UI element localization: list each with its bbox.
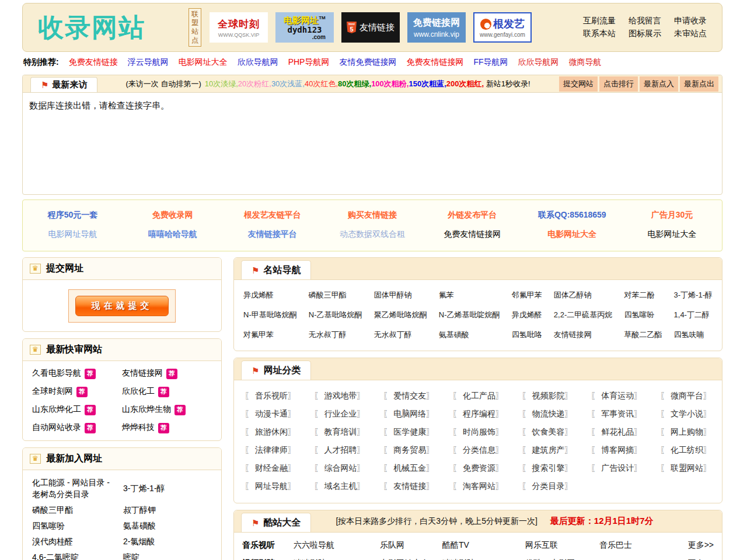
- promo-link[interactable]: 联系QQ:85618659: [522, 205, 622, 225]
- famous-nav-link[interactable]: 固体乙醇钠: [554, 285, 612, 305]
- category-link[interactable]: 〖 文学小说〗: [660, 405, 711, 423]
- latest-added-link[interactable]: 叔丁醇钾: [123, 504, 212, 516]
- cool-site-link[interactable]: 电影网址大全: [380, 554, 442, 560]
- category-link[interactable]: 〖 财经金融〗: [245, 459, 296, 477]
- cool-site-link[interactable]: 猪猪影院: [442, 554, 525, 560]
- promo-link[interactable]: 友情链接平台: [222, 225, 322, 244]
- category-link[interactable]: 〖 微商平台〗: [660, 387, 711, 405]
- category-link[interactable]: 〖 时尚服饰〗: [452, 423, 504, 441]
- cool-sites-tab[interactable]: ⚑ 酷站大全: [241, 513, 311, 532]
- header-link[interactable]: 互刷流量: [583, 16, 616, 26]
- famous-nav-link[interactable]: N-乙烯基吡啶烷酮: [439, 305, 500, 325]
- promo-link[interactable]: 电影网址导航: [23, 225, 123, 244]
- categories-tab[interactable]: ⚑ 网址分类: [241, 360, 311, 380]
- category-link[interactable]: 〖 网址导航〗: [245, 477, 296, 495]
- promo-link[interactable]: 程序50元一套: [23, 205, 123, 225]
- category-link[interactable]: 〖 域名主机〗: [314, 477, 365, 495]
- famous-nav-link[interactable]: 无水叔丁醇: [374, 325, 427, 345]
- cool-site-link[interactable]: 六六啦导航: [294, 536, 380, 554]
- category-link[interactable]: 〖 联盟网站〗: [660, 459, 711, 477]
- recommend-link[interactable]: FF导航网: [473, 57, 508, 68]
- fast-review-link[interactable]: 久看电影导航: [32, 368, 81, 377]
- submit-now-button[interactable]: 现在就提交: [75, 296, 169, 316]
- famous-nav-link[interactable]: 友情链接网: [554, 325, 612, 345]
- cool-more-link[interactable]: 更多>>: [681, 536, 714, 554]
- category-link[interactable]: 〖 友情链接〗: [383, 477, 434, 495]
- famous-nav-link[interactable]: 3-丁烯-1-醇: [674, 285, 713, 305]
- header-link[interactable]: 联系本站: [583, 29, 616, 39]
- category-link[interactable]: 〖 教育培训〗: [314, 423, 365, 441]
- category-link[interactable]: 〖 游戏地带〗: [314, 387, 365, 405]
- famous-nav-link[interactable]: 2,2-二甲硫基丙烷: [554, 305, 612, 325]
- famous-nav-link[interactable]: 四氢噻吩: [624, 305, 662, 325]
- promo-link[interactable]: 免费友情链接网: [423, 225, 522, 244]
- famous-nav-tab[interactable]: ⚑ 名站导航: [241, 260, 311, 279]
- fast-review-link[interactable]: 山东欣烨生物: [122, 404, 171, 414]
- header-link[interactable]: 申请收录: [674, 16, 707, 26]
- category-link[interactable]: 〖 综合网站〗: [314, 459, 365, 477]
- famous-nav-link[interactable]: 草酸二乙酯: [624, 325, 662, 345]
- category-link[interactable]: 〖 博客网摘〗: [591, 441, 642, 459]
- banner-dydh123[interactable]: 电影网址TM dydh123 .com: [275, 12, 334, 43]
- famous-nav-link[interactable]: N-乙基吡咯烷酮: [309, 305, 362, 325]
- fast-review-link[interactable]: 烨烨科技: [122, 422, 155, 432]
- recommend-link[interactable]: 免费友情链接: [69, 57, 118, 68]
- category-link[interactable]: 〖 建筑房产〗: [522, 441, 573, 459]
- category-link[interactable]: 〖 商务贸易〗: [383, 441, 434, 459]
- visitor-button[interactable]: 最新点入: [640, 76, 678, 92]
- category-link[interactable]: 〖 程序编程〗: [452, 405, 504, 423]
- fast-review-link[interactable]: 全球时刻网: [32, 386, 73, 396]
- promo-link[interactable]: 电影网址大全: [522, 225, 622, 244]
- header-link[interactable]: 图标展示: [629, 29, 661, 39]
- fast-review-link[interactable]: 欣欣化工: [122, 386, 155, 396]
- category-link[interactable]: 〖 网上购物〗: [660, 423, 711, 441]
- latest-added-link[interactable]: 2-氯烟酸: [123, 536, 212, 547]
- category-link[interactable]: 〖 人才招聘〗: [314, 441, 365, 459]
- famous-nav-link[interactable]: 四氢呋喃: [674, 325, 713, 345]
- fast-review-link[interactable]: 友情链接网: [122, 368, 163, 377]
- famous-nav-link[interactable]: 异戊烯醛: [512, 305, 542, 325]
- famous-nav-link[interactable]: 无水叔丁醇: [309, 325, 362, 345]
- recommend-link[interactable]: 欣欣导航网: [238, 57, 278, 68]
- category-link[interactable]: 〖 化工纺织〗: [660, 441, 711, 459]
- promo-link[interactable]: 广告月30元: [622, 205, 722, 225]
- category-link[interactable]: 〖 饮食美容〗: [522, 423, 573, 441]
- famous-nav-link[interactable]: 磷酸三甲酯: [309, 285, 362, 305]
- famous-nav-link[interactable]: 聚乙烯吡咯烷酮: [374, 305, 427, 325]
- promo-link[interactable]: 购买友情链接: [322, 205, 422, 225]
- famous-nav-link[interactable]: 邻氟甲苯: [512, 285, 542, 305]
- cool-site-link[interactable]: 酷酷TV: [442, 536, 525, 554]
- famous-nav-link[interactable]: 四氢吡咯: [512, 325, 542, 345]
- fast-review-link[interactable]: 自动网站收录: [32, 422, 81, 432]
- category-link[interactable]: 〖 淘客网站〗: [452, 477, 504, 495]
- category-link[interactable]: 〖 体育运动〗: [591, 387, 642, 405]
- recommend-link[interactable]: 微商导航: [569, 57, 602, 68]
- famous-nav-link[interactable]: 氨基磺酸: [439, 325, 500, 345]
- recommend-link[interactable]: 免费友情链接网: [406, 57, 463, 68]
- header-link[interactable]: 未审站点: [674, 29, 707, 39]
- visitor-button[interactable]: 点击排行: [599, 76, 638, 92]
- promo-link[interactable]: 外链发布平台: [423, 205, 522, 225]
- promo-link[interactable]: 电影网址大全: [622, 225, 722, 244]
- latest-added-link[interactable]: 嘧啶: [123, 551, 212, 560]
- recommend-link[interactable]: 浮云导航网: [128, 57, 169, 68]
- category-link[interactable]: 〖 免费资源〗: [452, 459, 504, 477]
- category-link[interactable]: 〖 动漫卡通〗: [245, 405, 296, 423]
- cool-site-link[interactable]: 猪猪影院: [294, 554, 380, 560]
- category-link[interactable]: 〖 旅游休闲〗: [245, 423, 296, 441]
- banner-genfayi[interactable]: 根发艺 www.genfayi.com: [473, 12, 532, 43]
- latest-added-link[interactable]: 溴代肉桂醛: [32, 536, 117, 547]
- cool-site-link[interactable]: 网乐互联: [525, 536, 599, 554]
- famous-nav-link[interactable]: 对氟甲苯: [243, 325, 297, 345]
- latest-added-link[interactable]: 氨基磺酸: [123, 520, 212, 531]
- visitor-button[interactable]: 最新点出: [680, 76, 718, 92]
- banner-cnlink[interactable]: 免费链接网 www.cnlink.vip: [407, 12, 466, 43]
- category-link[interactable]: 〖 行业企业〗: [314, 405, 365, 423]
- famous-nav-link[interactable]: 1,4-丁二醇: [674, 305, 713, 325]
- famous-nav-link[interactable]: 异戊烯醛: [243, 285, 297, 305]
- recommend-link[interactable]: 电影网址大全: [179, 57, 228, 68]
- cool-site-link[interactable]: 音乐巴士: [599, 536, 681, 554]
- recommend-link[interactable]: PHP导航网: [288, 57, 330, 68]
- famous-nav-link[interactable]: 固体甲醇钠: [374, 285, 427, 305]
- category-link[interactable]: 〖 军事资讯〗: [591, 405, 642, 423]
